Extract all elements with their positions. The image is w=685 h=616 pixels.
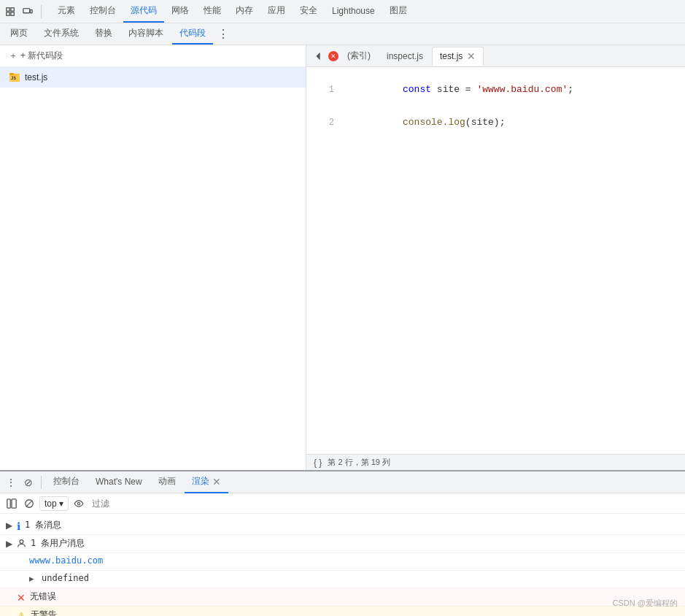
console-messages: ▶ ℹ 1 条消息 ▶ 1 条用户消息 wwww.baidu.com ▸ und…: [0, 514, 685, 616]
expand-icon[interactable]: ▶: [6, 520, 12, 531]
top-tab-7[interactable]: 安全: [293, 0, 325, 23]
list-item: ▶ ℹ 1 条消息: [0, 517, 685, 535]
tab-inspect[interactable]: inspect.js: [379, 47, 430, 66]
block-icon[interactable]: [22, 496, 36, 511]
info-icon: ℹ: [17, 520, 20, 532]
list-item: ▶ ⚠ 无警告: [0, 607, 685, 616]
eye-icon[interactable]: [71, 496, 86, 511]
top-tab-6[interactable]: 应用: [260, 0, 293, 23]
message-text: undefined: [42, 573, 679, 583]
close-tab-icon[interactable]: ✕: [467, 51, 476, 61]
tab-testjs[interactable]: test.js ✕: [432, 47, 484, 66]
tab-render[interactable]: 渲染 ✕: [185, 471, 228, 493]
top-tab-5[interactable]: 内存: [228, 0, 260, 23]
filter-input[interactable]: [89, 497, 681, 510]
warn-icon: ⚠: [17, 610, 26, 616]
plus-icon: ＋: [9, 50, 18, 62]
message-link: wwww.baidu.com: [29, 555, 679, 566]
console-tabs: ⋮ ⊘ 控制台 What's New 动画 渲染 ✕: [0, 471, 685, 493]
list-item[interactable]: JS test.js: [0, 67, 306, 88]
source-tab-0[interactable]: 网页: [3, 23, 35, 45]
message-text: 1 条用户消息: [31, 537, 679, 550]
inspect-icon[interactable]: [3, 4, 18, 19]
collapse-sidebar-icon[interactable]: [4, 496, 19, 511]
editor-tabs: ✕ (索引) inspect.js test.js ✕: [306, 45, 685, 67]
file-name: test.js: [25, 72, 47, 82]
tab-whatsnew[interactable]: What's New: [88, 471, 150, 493]
list-item: ▸ undefined: [0, 571, 685, 588]
tab-testjs-label: test.js: [440, 51, 463, 61]
top-tab-0[interactable]: 元素: [50, 0, 82, 23]
tab-animation-label: 动画: [158, 475, 176, 488]
source-tab-1[interactable]: 文件系统: [36, 23, 86, 45]
add-snippet-button[interactable]: ＋ + 新代码段: [6, 48, 66, 63]
tab-whatsnew-label: What's New: [96, 477, 142, 487]
console-menu-icon[interactable]: ⋮: [3, 474, 19, 490]
source-tabs: 网页文件系统替换内容脚本代码段: [3, 23, 213, 45]
top-tab-3[interactable]: 网络: [164, 0, 196, 23]
sub-toolbar: 网页文件系统替换内容脚本代码段 ⋮: [0, 23, 685, 45]
source-tab-3[interactable]: 内容脚本: [121, 23, 171, 45]
source-tab-4[interactable]: 代码段: [172, 23, 213, 45]
more-button[interactable]: ⋮: [216, 27, 231, 42]
console-divider: [41, 476, 42, 489]
context-selector[interactable]: top ▾: [39, 496, 69, 511]
svg-line-13: [26, 500, 33, 507]
add-snippet-label: + 新代码段: [20, 50, 63, 62]
status-bar: { } 第 2 行，第 19 列: [306, 454, 685, 470]
line-number-1: 1: [312, 85, 334, 95]
left-panel-toolbar: ＋ + 新代码段: [0, 45, 306, 67]
svg-text:JS: JS: [11, 75, 17, 80]
nav-back-icon[interactable]: [309, 47, 327, 65]
watermark: CSDN @爱编程的: [613, 598, 678, 609]
list-item: ▶ ✕ 无错误: [0, 588, 685, 607]
link[interactable]: wwww.baidu.com: [29, 555, 103, 566]
tab-animation[interactable]: 动画: [151, 471, 183, 493]
error-indicator[interactable]: ✕: [328, 51, 338, 61]
svg-point-14: [77, 502, 80, 504]
source-tab-2[interactable]: 替换: [88, 23, 120, 45]
top-tab-1[interactable]: 控制台: [82, 0, 123, 23]
svg-rect-3: [11, 12, 14, 15]
message-text: 无错误: [30, 590, 679, 603]
expand-icon[interactable]: ▶: [6, 539, 12, 549]
main-area: ＋ + 新代码段 JS test.js: [0, 45, 685, 470]
top-tab-8[interactable]: Lighthouse: [325, 0, 382, 23]
code-args: (site);: [465, 117, 506, 128]
toolbar-divider: [41, 5, 42, 18]
top-tab-4[interactable]: 性能: [196, 0, 228, 23]
svg-rect-1: [11, 7, 14, 10]
list-item: ▶ 1 条用户消息: [0, 535, 685, 553]
code-semicolon: ;: [568, 84, 573, 95]
top-tab-2[interactable]: 源代码: [123, 0, 164, 23]
string-value: 'wwww.baidu.com': [476, 84, 568, 95]
svg-rect-10: [7, 498, 10, 507]
svg-rect-11: [12, 498, 16, 507]
right-panel: ✕ (索引) inspect.js test.js ✕ 1 const site…: [306, 45, 685, 470]
keyword-const: const: [403, 84, 431, 95]
expand-icon: ▶: [6, 592, 12, 602]
user-icon: [17, 539, 26, 550]
code-line-1: 1 const site = 'wwww.baidu.com';: [306, 73, 685, 106]
list-item: wwww.baidu.com: [0, 553, 685, 571]
svg-rect-4: [23, 8, 30, 12]
cursor-position: 第 2 行，第 19 列: [328, 457, 390, 468]
code-line-2: 2 console.log(site);: [306, 106, 685, 139]
console-clear-icon[interactable]: ⊘: [20, 474, 36, 490]
close-render-tab-icon[interactable]: ✕: [212, 476, 221, 488]
svg-marker-9: [316, 52, 320, 60]
tab-index-label: (索引): [347, 50, 371, 62]
responsive-icon[interactable]: [20, 4, 35, 19]
svg-point-15: [20, 540, 23, 544]
top-tab-9[interactable]: 图层: [382, 0, 414, 23]
context-label: top: [44, 498, 57, 509]
error-icon: ✕: [17, 592, 26, 604]
js-file-icon: JS: [9, 72, 20, 83]
expand-icon: ▶: [6, 610, 12, 616]
tab-index[interactable]: (索引): [340, 47, 378, 66]
tab-console[interactable]: 控制台: [46, 471, 87, 493]
line-number-2: 2: [312, 118, 334, 128]
code-editor[interactable]: 1 const site = 'wwww.baidu.com'; 2 conso…: [306, 67, 685, 454]
message-text: 1 条消息: [25, 519, 679, 531]
tab-render-label: 渲染: [192, 475, 209, 488]
